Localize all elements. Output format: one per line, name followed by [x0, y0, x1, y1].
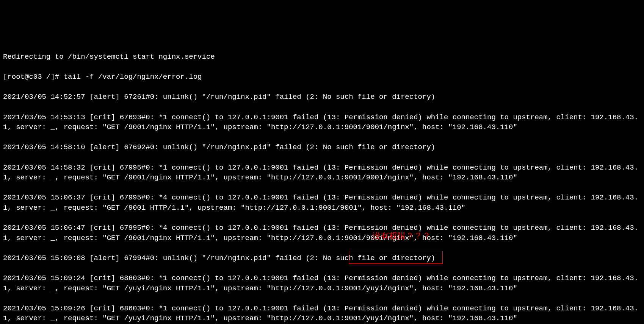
terminal-line: 2021/03/05 14:53:13 [crit] 67693#0: *1 c…	[3, 112, 641, 132]
terminal-line: 2021/03/05 15:09:24 [crit] 68603#0: *1 c…	[3, 273, 641, 293]
terminal-line: 2021/03/05 15:09:26 [crit] 68603#0: *1 c…	[3, 304, 641, 324]
terminal-line: 2021/03/05 15:06:47 [crit] 67995#0: *4 c…	[3, 223, 641, 243]
terminal-line: 2021/03/05 14:58:32 [crit] 67995#0: *1 c…	[3, 163, 641, 183]
terminal-line: Redirecting to /bin/systemctl start ngin…	[3, 52, 641, 62]
terminal-output[interactable]: Redirecting to /bin/systemctl start ngin…	[3, 42, 641, 324]
terminal-line: [root@c03 /]# tail -f /var/log/nginx/err…	[3, 72, 641, 82]
terminal-line: 2021/03/05 14:52:57 [alert] 67261#0: unl…	[3, 92, 641, 102]
terminal-line: 2021/03/05 14:58:10 [alert] 67692#0: unl…	[3, 142, 641, 153]
terminal-line: 2021/03/05 15:09:08 [alert] 67994#0: unl…	[3, 253, 641, 263]
terminal-line: 2021/03/05 15:06:37 [crit] 67995#0: *4 c…	[3, 193, 641, 213]
